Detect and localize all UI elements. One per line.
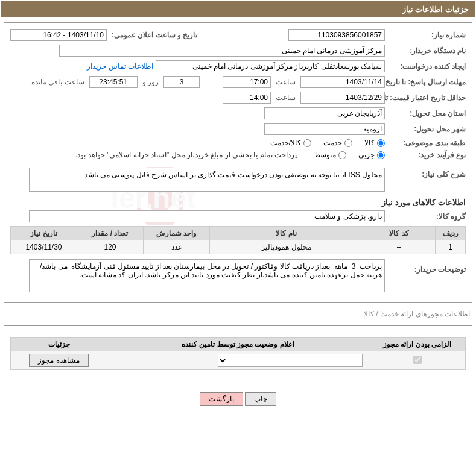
cell-qty: 120	[77, 240, 144, 254]
requester-field[interactable]	[156, 60, 385, 72]
time-label-2: ساعت	[273, 93, 298, 102]
deadline-date-field[interactable]	[300, 76, 385, 88]
requester-label: ایجاد کننده درخواست:	[387, 62, 466, 71]
province-label: استان محل تحویل:	[387, 109, 466, 118]
category-label: طبقه بندی موضوعی:	[387, 139, 466, 147]
cell-unit: عدد	[144, 240, 210, 254]
table-row: 1 -- محلول همودیالیز عدد 120 1403/11/30	[11, 240, 466, 254]
radio-partial[interactable]: جزیی	[358, 151, 385, 159]
cell-need-date: 1403/11/30	[11, 240, 77, 254]
main-form-section: شماره نیاز: تاریخ و ساعت اعلان عمومی: نا…	[4, 22, 472, 303]
col-need-date: تاریخ نیاز	[11, 227, 77, 240]
validity-label: حداقل تاریخ اعتبار قیمت: تا تاریخ:	[387, 93, 466, 102]
print-button[interactable]: چاپ	[245, 392, 276, 406]
buyer-contact-link[interactable]: اطلاعات تماس خریدار	[87, 62, 153, 71]
permit-row: مشاهده مجوز	[11, 351, 466, 370]
need-number-label: شماره نیاز:	[387, 31, 466, 39]
cell-name: محلول همودیالیز	[210, 240, 363, 254]
permit-table: الزامی بودن ارائه مجوز اعلام وضعیت مجوز …	[10, 337, 466, 370]
days-and-label: روز و	[140, 78, 161, 86]
validity-time-field[interactable]	[223, 92, 271, 104]
payment-note: پرداخت تمام یا بخشی از مبلغ خرید،از محل …	[75, 151, 297, 159]
permit-mandatory-cell	[369, 351, 466, 370]
city-label: شهر محل تحویل:	[387, 125, 466, 133]
permit-mandatory-checkbox	[413, 356, 422, 364]
need-number-field[interactable]	[288, 29, 385, 41]
radio-partial-label: جزیی	[358, 151, 375, 159]
permit-col-status: اعلام وضعیت مجوز توسط تامین کننده	[107, 338, 369, 351]
radio-service-label: خدمت	[323, 139, 342, 147]
radio-service-input[interactable]	[344, 139, 352, 147]
col-unit: واحد شمارش	[144, 227, 210, 240]
radio-good-input[interactable]	[377, 139, 385, 147]
permit-section: الزامی بودن ارائه مجوز اعلام وضعیت مجوز …	[4, 325, 472, 381]
announce-datetime-label: تاریخ و ساعت اعلان عمومی:	[109, 31, 197, 39]
announce-datetime-field[interactable]	[10, 29, 107, 41]
radio-good-label: کالا	[364, 139, 375, 147]
goods-group-label: گروه کالا:	[387, 212, 466, 221]
action-buttons: چاپ بازگشت	[1, 386, 475, 412]
city-field[interactable]	[264, 123, 385, 135]
radio-partial-input[interactable]	[377, 151, 385, 159]
radio-medium[interactable]: متوسط	[314, 151, 346, 159]
goods-group-field[interactable]	[29, 210, 385, 222]
col-row: ردیف	[436, 227, 466, 240]
col-qty: تعداد / مقدار	[77, 227, 144, 240]
permit-status-cell	[107, 351, 369, 370]
validity-date-field[interactable]	[300, 92, 385, 104]
deadline-label: مهلت ارسال پاسخ: تا تاریخ:	[387, 78, 466, 86]
col-name: نام کالا	[210, 227, 363, 240]
desc-label: شرح کلی نیاز:	[387, 168, 466, 178]
time-label-1: ساعت	[273, 78, 298, 86]
radio-medium-label: متوسط	[314, 151, 336, 159]
desc-textarea[interactable]	[29, 168, 385, 192]
permit-col-mandatory: الزامی بودن ارائه مجوز	[369, 338, 466, 351]
cell-row: 1	[436, 240, 466, 254]
radio-good-service-input[interactable]	[303, 139, 311, 147]
permit-details-cell: مشاهده مجوز	[11, 351, 107, 370]
radio-good-service-label: کالا/خدمت	[270, 139, 301, 147]
radio-medium-input[interactable]	[338, 151, 346, 159]
permit-status-select[interactable]	[218, 354, 363, 367]
col-code: کد کالا	[363, 227, 436, 240]
goods-table: ردیف کد کالا نام کالا واحد شمارش تعداد /…	[10, 226, 466, 254]
back-button[interactable]: بازگشت	[200, 392, 243, 406]
permit-col-details: جزئیات	[11, 338, 107, 351]
buyer-notes-textarea[interactable]	[29, 259, 385, 292]
remaining-days-field[interactable]	[163, 76, 200, 88]
buyer-org-field[interactable]	[59, 45, 385, 57]
province-field[interactable]	[264, 107, 385, 119]
remaining-label: ساعت باقی مانده	[29, 78, 87, 86]
purchase-type-label: نوع فرآیند خرید:	[387, 151, 466, 159]
page-title-bar: جزئیات اطلاعات نیاز	[1, 1, 475, 17]
radio-good-service[interactable]: کالا/خدمت	[270, 139, 311, 147]
view-permit-button[interactable]: مشاهده مجوز	[29, 354, 88, 367]
cell-code: --	[363, 240, 436, 254]
goods-section-title: اطلاعات کالاهای مورد نیاز	[10, 198, 466, 207]
buyer-notes-label: توضیحات خریدار:	[387, 259, 466, 274]
deadline-time-field[interactable]	[223, 76, 271, 88]
buyer-org-label: نام دستگاه خریدار:	[387, 46, 466, 55]
remaining-time-field[interactable]	[89, 76, 138, 88]
page-title: جزئیات اطلاعات نیاز	[402, 5, 469, 14]
radio-service[interactable]: خدمت	[323, 139, 352, 147]
radio-good[interactable]: کالا	[364, 139, 385, 147]
permit-section-title: اطلاعات مجوزهای ارائه خدمت / کالا	[1, 307, 475, 321]
